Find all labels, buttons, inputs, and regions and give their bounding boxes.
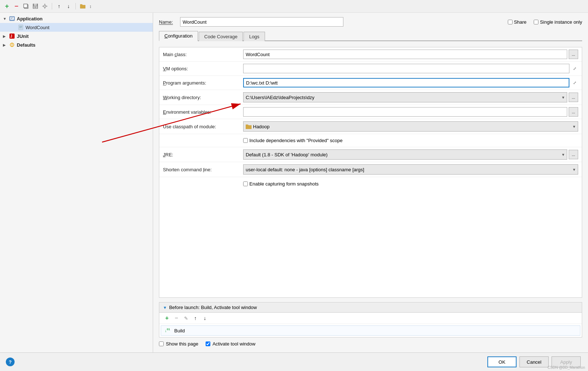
env-vars-input[interactable] <box>243 107 567 117</box>
shorten-command-display[interactable]: user-local default: none - java [options… <box>243 164 578 175</box>
copy-config-button[interactable] <box>22 2 30 10</box>
working-directory-browse-button[interactable]: ... <box>569 93 578 102</box>
classpath-display[interactable]: Hadoop <box>243 121 578 132</box>
svg-rect-16 <box>19 25 23 30</box>
main-class-field: WordCount ... <box>243 50 578 59</box>
remove-config-button[interactable]: − <box>12 2 20 10</box>
move-up-button[interactable]: ↑ <box>55 2 63 10</box>
svg-text:↕: ↕ <box>89 4 91 9</box>
tree-item-wordcount[interactable]: WordCount <box>0 23 153 32</box>
form-snapshots-checkbox[interactable] <box>243 181 248 186</box>
program-arguments-area: D:\wc.txt D:\wtt ⤢ <box>243 78 578 87</box>
add-config-button[interactable]: + <box>3 2 11 10</box>
include-dependencies-row: Include dependencies with "Provided" sco… <box>159 134 582 147</box>
working-directory-label: Working directory: <box>163 95 243 100</box>
working-directory-area: C:\Users\IAEdz\IdeaProjects\dzy ▼ ... <box>243 92 578 102</box>
tab-logs[interactable]: Logs <box>244 32 265 41</box>
vm-options-input[interactable] <box>243 64 569 73</box>
tree-item-junit[interactable]: ▶ J JUnit <box>0 32 153 40</box>
move-down-button[interactable]: ↓ <box>65 2 73 10</box>
before-launch-down-button[interactable]: ↓ <box>201 314 209 322</box>
tab-configuration-label: Configuration <box>164 33 192 39</box>
single-instance-label: Single instance only <box>540 19 582 25</box>
save-config-button[interactable] <box>31 2 39 10</box>
vm-options-row: VM options: ⤢ <box>159 62 582 76</box>
before-launch-header[interactable]: ▼ Before launch: Build, Activate tool wi… <box>159 302 582 313</box>
tree-label-application: Application <box>17 16 43 22</box>
svg-rect-1 <box>24 4 27 8</box>
activate-tool-window-option[interactable]: Activate tool window <box>206 341 256 347</box>
tools-button[interactable] <box>41 2 49 10</box>
shorten-command-row: Shorten command line: user-local default… <box>159 162 582 177</box>
before-launch-add-button[interactable]: + <box>163 314 171 322</box>
show-page-checkbox[interactable] <box>159 341 164 346</box>
before-launch-remove-button[interactable]: − <box>172 314 180 322</box>
defaults-icon <box>9 42 15 48</box>
form-snapshots-option[interactable]: Enable capturing form snapshots <box>243 181 319 187</box>
jre-display[interactable]: Default (1.8 - SDK of 'Hadoop' module) <box>243 149 567 160</box>
main-class-browse-button[interactable]: ... <box>569 50 578 59</box>
help-button[interactable]: ? <box>6 358 15 366</box>
tree-label-defaults: Defaults <box>17 42 35 48</box>
main-class-row: Main class: WordCount ... <box>159 47 582 62</box>
name-field-label: Name: <box>159 19 177 25</box>
share-option[interactable]: Share <box>508 19 527 25</box>
expand-arrow-defaults[interactable]: ▶ <box>3 43 9 47</box>
form-snapshots-row: Enable capturing form snapshots <box>159 177 582 190</box>
app-icon <box>9 15 15 22</box>
main-class-input[interactable]: WordCount <box>243 50 567 59</box>
tree-item-defaults[interactable]: ▶ Defaults <box>0 40 153 49</box>
folder-button[interactable] <box>79 2 87 10</box>
junit-icon: J <box>9 33 15 39</box>
expand-arrow-junit[interactable]: ▶ <box>3 34 9 38</box>
show-page-label: Show this page <box>166 341 198 347</box>
main-class-label: Main class: <box>163 52 243 57</box>
wordcount-icon <box>17 24 24 31</box>
classpath-row: Use classpath of module: Hadoop ▼ <box>159 119 582 134</box>
dialog-footer: ? OK Cancel Apply <box>0 352 588 371</box>
sort-button[interactable]: ↕ <box>88 2 96 10</box>
name-input[interactable]: WordCount <box>180 17 343 27</box>
tab-logs-label: Logs <box>249 34 259 39</box>
vm-options-area: ⤢ <box>243 64 578 73</box>
toolbar: + − ↑ ↓ ↕ <box>0 0 588 13</box>
form-snapshots-label: Enable capturing form snapshots <box>249 181 319 187</box>
vm-options-expand-button[interactable]: ⤢ <box>571 65 578 72</box>
show-page-option[interactable]: Show this page <box>159 341 198 347</box>
before-launch-build-item[interactable]: ↓01 Build <box>161 325 580 336</box>
single-instance-option[interactable]: Single instance only <box>534 19 582 25</box>
program-arguments-expand-button[interactable]: ⤢ <box>571 79 578 86</box>
working-directory-display: C:\Users\IAEdz\IdeaProjects\dzy <box>243 92 567 102</box>
toolbar-separator <box>52 3 52 9</box>
tree-panel: ▼ Application WordCount ▶ J JUnit ▶ <box>0 13 153 352</box>
shorten-command-label: Shorten command line: <box>163 167 243 172</box>
expand-arrow-application[interactable]: ▼ <box>3 17 9 21</box>
ok-button[interactable]: OK <box>487 356 517 367</box>
tab-code-coverage-label: Code Coverage <box>204 34 237 39</box>
env-vars-browse-button[interactable]: ... <box>569 107 578 117</box>
jre-area: Default (1.8 - SDK of 'Hadoop' module) ▼… <box>243 149 578 160</box>
activate-tool-window-label: Activate tool window <box>213 341 256 347</box>
include-dependencies-checkbox[interactable] <box>243 138 248 143</box>
share-checkbox[interactable] <box>508 20 513 24</box>
working-directory-value: C:\Users\IAEdz\IdeaProjects\dzy <box>246 95 315 100</box>
tab-code-coverage[interactable]: Code Coverage <box>199 32 243 41</box>
before-launch-up-button[interactable]: ↑ <box>191 314 199 322</box>
before-launch-toolbar: + − ✎ ↑ ↓ <box>159 313 582 324</box>
share-label: Share <box>514 19 527 25</box>
cancel-button[interactable]: Cancel <box>519 356 549 367</box>
single-instance-checkbox[interactable] <box>534 20 538 24</box>
tree-item-application[interactable]: ▼ Application <box>0 14 153 23</box>
activate-tool-window-checkbox[interactable] <box>206 341 210 346</box>
program-arguments-label: Program arguments: <box>163 80 243 86</box>
build-icon: ↓01 <box>165 328 172 333</box>
before-launch-edit-button[interactable]: ✎ <box>182 314 190 322</box>
before-launch-chevron: ▼ <box>163 305 167 310</box>
svg-point-6 <box>44 5 46 7</box>
program-arguments-input[interactable]: D:\wc.txt D:\wtt <box>243 78 569 87</box>
include-dependencies-option[interactable]: Include dependencies with "Provided" sco… <box>243 138 343 143</box>
name-header-row: Name: WordCount Share Single instance on… <box>159 17 582 27</box>
tab-configuration[interactable]: Configuration <box>159 31 198 41</box>
classpath-label: Use classpath of module: <box>163 124 243 129</box>
jre-browse-button[interactable]: ... <box>569 150 578 159</box>
